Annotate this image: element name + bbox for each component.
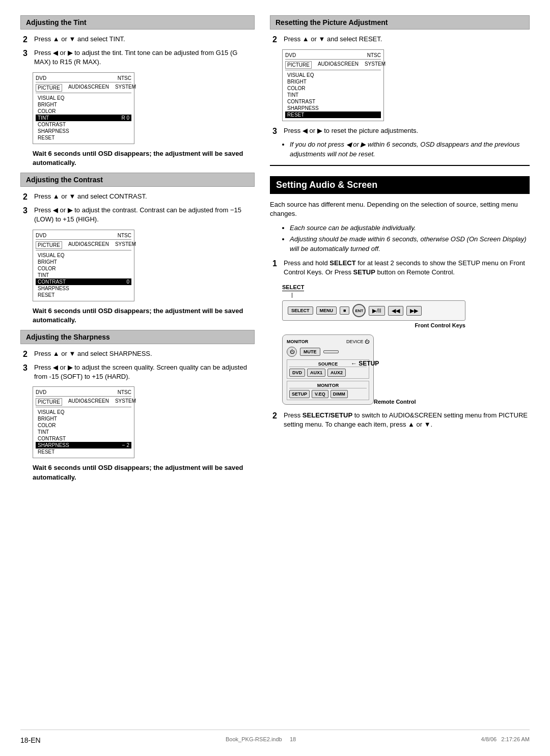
audio-screen-header: Setting Audio & Screen [270, 176, 530, 194]
audio-screen-bullets: Each source can be adjustable individual… [282, 223, 530, 254]
sharpness-step2-text: Press ▲ or ▼ and select SHARPNESS. [34, 349, 152, 358]
audio-step1-num: 1 [272, 259, 281, 268]
audio-step2-text: Press SELECT/SETUP to switch to AUDIO&SC… [284, 411, 530, 429]
reset-osd-dvd: DVD [285, 52, 296, 58]
front-btn-select[interactable]: SELECT [288, 306, 313, 315]
left-column: Adjusting the Tint 2 Press ▲ or ▼ and se… [20, 15, 255, 486]
contrast-osd-reset: RESET [36, 292, 131, 298]
contrast-step4: Wait 6 seconds until OSD disappears; the… [33, 306, 255, 325]
sharpness-osd-sharpness-label: SHARPNESS [38, 442, 69, 448]
remote-dvd-btn[interactable]: DVD [289, 369, 305, 377]
footer-datetime: 4/8/06 2:17:26 AM [481, 736, 530, 742]
sharpness-osd-ntsc: NTSC [118, 389, 131, 395]
remote-blank-btn[interactable] [323, 350, 339, 353]
audio-step2: 2 Press SELECT/SETUP to switch to AUDIO&… [270, 411, 530, 429]
reset-step3-text: Press ◀ or ▶ to reset the picture adjust… [284, 126, 418, 135]
right-column: Resetting the Picture Adjustment 2 Press… [270, 15, 530, 486]
sharpness-osd-tint: TINT [36, 429, 131, 435]
remote-section: MONITOR DEVICE ⏻ ⏻ MUTE SOURCE DVD [282, 334, 530, 405]
contrast-step2: 2 Press ▲ or ▼ and select CONTRAST. [20, 192, 255, 202]
select-bold: SELECT [329, 259, 355, 267]
sharpness-step2: 2 Press ▲ or ▼ and select SHARPNESS. [20, 349, 255, 359]
sharpness-step3-text: Press ◀ or ▶ to adjust the screen qualit… [34, 363, 255, 381]
sharpness-osd-dvd: DVD [36, 389, 46, 395]
remote-body: MONITOR DEVICE ⏻ ⏻ MUTE SOURCE DVD [282, 334, 374, 405]
tint-header: Adjusting the Tint [20, 15, 255, 30]
reset-notes: If you do not press ◀ or ▶ within 6 seco… [282, 140, 530, 158]
remote-setup-btn[interactable]: SETUP [289, 390, 310, 398]
remote-dimm-btn[interactable]: DIMM [331, 390, 348, 398]
remote-monitor-section-label: MONITOR [289, 383, 367, 388]
tint-step3-num: 3 [23, 48, 31, 58]
reset-osd: DVD NTSC PICTURE AUDIO&SCREEN SYSTEM VIS… [282, 49, 384, 121]
tint-osd-visual-eq: VISUAL EQ [36, 95, 131, 101]
contrast-osd-audio: AUDIO&SCREEN [68, 241, 109, 249]
footer-time: 2:17:26 AM [501, 736, 530, 742]
sharpness-osd-picture: PICTURE [36, 398, 62, 406]
select-label-text: SELECT [282, 284, 304, 291]
sharpness-step3: 3 Press ◀ or ▶ to adjust the screen qual… [20, 363, 255, 381]
contrast-section: Adjusting the Contrast 2 Press ▲ or ▼ an… [20, 173, 255, 325]
tint-osd-color: COLOR [36, 108, 131, 115]
tint-step2-text: Press ▲ or ▼ and select TINT. [34, 35, 125, 44]
tint-osd-picture: PICTURE [36, 84, 62, 92]
reset-header: Resetting the Picture Adjustment [270, 15, 530, 30]
tint-step2-num: 2 [23, 35, 31, 44]
contrast-osd-contrast-highlighted: CONTRAST 0 [36, 278, 131, 285]
tint-osd-dvd: DVD [36, 75, 46, 81]
remote-device-label: DEVICE ⏻ [346, 339, 369, 344]
reset-osd-header: DVD NTSC [285, 52, 381, 60]
remote-mute-btn[interactable]: MUTE [300, 348, 320, 356]
tint-osd-audio: AUDIO&SCREEN [68, 84, 109, 92]
reset-section: Resetting the Picture Adjustment 2 Press… [270, 15, 530, 159]
reset-step2-text: Press ▲ or ▼ and select RESET. [284, 35, 382, 44]
contrast-step2-num: 2 [23, 192, 31, 202]
contrast-osd-header: DVD NTSC [36, 233, 131, 240]
reset-note-item: If you do not press ◀ or ▶ within 6 seco… [290, 140, 530, 158]
page-footer: 18-EN Book_PKG-RSE2.indb 18 4/8/06 2:17:… [20, 730, 530, 746]
audio-screen-bullet-2: Adjusting should be made within 6 second… [290, 235, 530, 253]
front-btn-ent[interactable]: ENT [352, 304, 366, 317]
audio-screen-section: Setting Audio & Screen Each source has d… [270, 176, 530, 430]
section-divider [270, 165, 530, 166]
front-btn-next[interactable]: ▶▶ [406, 306, 422, 316]
front-btn-prev[interactable]: ◀◀ [388, 306, 403, 316]
reset-osd-visual-eq: VISUAL EQ [285, 72, 381, 78]
tint-osd-reset: RESET [36, 134, 131, 141]
sharpness-osd-audio: AUDIO&SCREEN [68, 398, 109, 406]
sharpness-osd-color: COLOR [36, 422, 131, 429]
reset-step2-num: 2 [272, 35, 281, 44]
tint-step4: Wait 6 seconds until OSD disappears; the… [33, 149, 255, 167]
tint-step3-text: Press ◀ or ▶ to adjust the tint. Tint to… [34, 48, 255, 67]
remote-aux2-btn[interactable]: AUX2 [327, 369, 346, 377]
reset-osd-audio: AUDIO&SCREEN [318, 61, 359, 69]
tint-osd-tint-label: TINT [38, 115, 49, 121]
contrast-osd-bright: BRIGHT [36, 259, 131, 265]
front-control-label: Front Control Keys [282, 322, 465, 328]
contrast-step3-text: Press ◀ or ▶ to adjust the contrast. Con… [34, 206, 255, 224]
sharpness-osd-bright: BRIGHT [36, 415, 131, 422]
setup-label-arrow: ← SETUP [351, 360, 381, 367]
reset-osd-picture: PICTURE [285, 61, 312, 69]
sharpness-osd-reset: RESET [36, 449, 131, 455]
contrast-step3: 3 Press ◀ or ▶ to adjust the contrast. C… [20, 206, 255, 224]
reset-osd-color: COLOR [285, 85, 381, 92]
remote-power-btn[interactable]: ⏻ [287, 347, 297, 357]
remote-aux1-btn[interactable]: AUX1 [307, 369, 325, 377]
front-btn-stop[interactable]: ■ [340, 306, 349, 315]
front-btn-menu[interactable]: MENU [316, 306, 337, 315]
front-btn-play[interactable]: ▶/II [369, 306, 384, 316]
tint-osd-header: DVD NTSC [36, 75, 131, 82]
page-number-text: 18-EN [20, 733, 41, 745]
sharpness-osd-visual-eq: VISUAL EQ [36, 409, 131, 415]
remote-monitor-label: MONITOR [287, 339, 308, 344]
contrast-header: Adjusting the Contrast [20, 173, 255, 187]
remote-veq-btn[interactable]: V.EQ [312, 390, 328, 398]
sharpness-osd-header: DVD NTSC [36, 389, 131, 397]
audio-screen-description: Each source has different menu. Dependin… [270, 200, 530, 218]
select-setup-bold: SELECT/SETUP [302, 411, 352, 419]
footer-filename: Book_PKG-RSE2.indb [226, 736, 282, 742]
tint-osd-tint-value: R 0 [121, 115, 129, 121]
contrast-osd-contrast-value: 0 [126, 279, 129, 285]
tint-section: Adjusting the Tint 2 Press ▲ or ▼ and se… [20, 15, 255, 167]
